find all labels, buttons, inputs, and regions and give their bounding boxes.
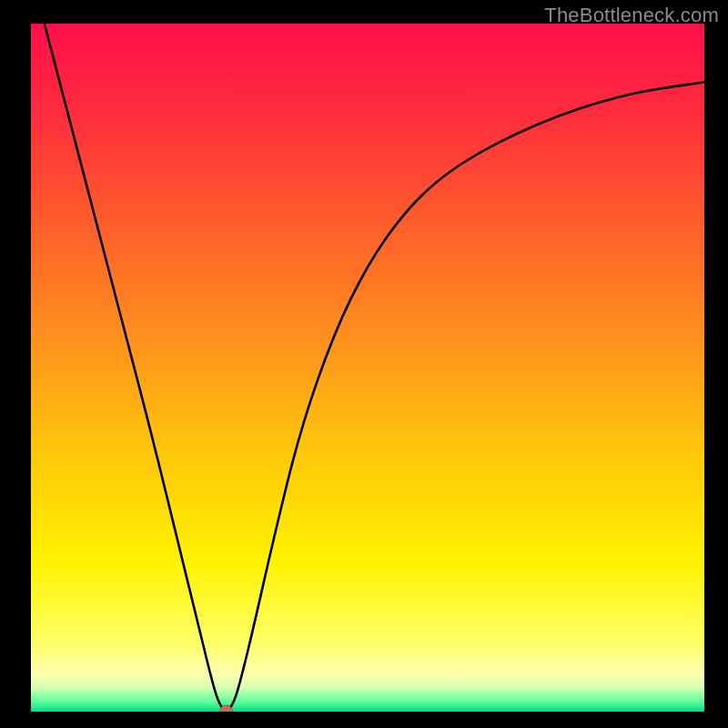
chart-svg [31, 24, 704, 712]
app-frame: TheBottleneck.com [0, 0, 728, 728]
gradient-background [31, 24, 704, 712]
plot-area [31, 24, 704, 712]
